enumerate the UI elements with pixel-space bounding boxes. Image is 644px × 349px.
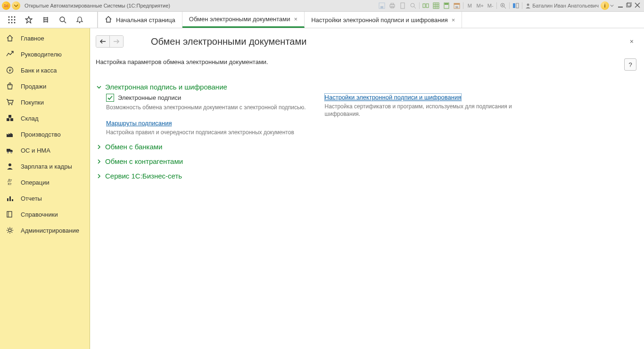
tb-calc-icon[interactable]	[441, 1, 452, 10]
truck-icon	[6, 146, 14, 154]
svg-point-46	[8, 104, 10, 106]
svg-line-67	[8, 232, 8, 233]
user-icon	[525, 3, 531, 8]
link-signature-settings[interactable]: Настройки электронной подписи и шифрован…	[325, 94, 462, 101]
tab-label: Начальная страница	[116, 16, 175, 24]
tb-calendar-icon[interactable]: 31	[452, 1, 462, 10]
sidebar-item-main[interactable]: Главное	[0, 30, 90, 46]
sidebar-item-sales[interactable]: Продажи	[0, 78, 90, 94]
sidebar-item-warehouse[interactable]: Склад	[0, 110, 90, 126]
sidebar-item-hr[interactable]: Зарплата и кадры	[0, 158, 90, 174]
sidebar-item-manager[interactable]: Руководителю	[0, 46, 90, 62]
section-service-header[interactable]: Сервис 1С:Бизнес-сеть	[96, 172, 636, 180]
section-title: Сервис 1С:Бизнес-сеть	[105, 172, 182, 180]
user-name-label: Баталин Иван Анатольевич	[532, 3, 599, 8]
svg-line-65	[8, 228, 8, 229]
tb-info-dropdown-icon[interactable]	[609, 1, 615, 10]
sidebar-item-assets[interactable]: ОС и НМА	[0, 142, 90, 158]
window-maximize-icon[interactable]	[626, 2, 632, 9]
sidebar-item-label: Администрирование	[21, 227, 79, 234]
svg-point-26	[527, 4, 529, 6]
tb-print-icon[interactable]	[387, 1, 397, 10]
tab-edo[interactable]: Обмен электронными документами ×	[182, 12, 305, 28]
svg-point-36	[11, 19, 13, 21]
factory-icon	[6, 130, 14, 138]
svg-rect-51	[7, 149, 10, 152]
sidebar-item-admin[interactable]: Администрирование	[0, 222, 90, 238]
sidebar-item-bank[interactable]: ₽ Банк и касса	[0, 62, 90, 78]
svg-rect-57	[12, 199, 13, 201]
tb-panel-icon[interactable]	[511, 1, 521, 10]
svg-rect-18	[454, 3, 460, 5]
svg-rect-55	[7, 198, 8, 201]
tab-label: Обмен электронными документами	[189, 16, 290, 23]
tb-preview-icon[interactable]	[408, 1, 418, 10]
current-user[interactable]: Баталин Иван Анатольевич	[523, 3, 601, 8]
svg-rect-50	[8, 115, 11, 118]
window-close-icon[interactable]	[635, 2, 640, 9]
svg-point-43	[79, 22, 80, 23]
tab-close-icon[interactable]: ×	[452, 16, 455, 24]
tb-zoom-icon[interactable]	[498, 1, 508, 10]
ruble-icon: ₽	[6, 66, 14, 74]
sidebar-item-purchases[interactable]: Покупки	[0, 94, 90, 110]
tb-memory-mplus[interactable]: М+	[475, 3, 485, 8]
tb-table-icon[interactable]	[431, 1, 441, 10]
tb-document-icon[interactable]	[397, 1, 408, 10]
svg-rect-5	[401, 3, 405, 8]
person-icon	[6, 162, 14, 170]
tab-close-icon[interactable]: ×	[294, 16, 298, 23]
tab-label: Настройки электронной подписи и шифрован…	[311, 16, 448, 24]
svg-line-66	[12, 232, 13, 233]
sidebar-item-label: Покупки	[21, 99, 44, 106]
search-icon[interactable]	[58, 16, 67, 24]
svg-rect-28	[627, 3, 630, 7]
svg-point-33	[11, 16, 13, 18]
tb-compare-icon[interactable]	[421, 1, 431, 10]
boxes-icon	[6, 114, 14, 122]
nav-forward-button[interactable]	[110, 36, 123, 47]
tab-home[interactable]: Начальная страница	[98, 12, 182, 28]
sidebar-item-label: Банк и касса	[21, 67, 57, 74]
svg-point-32	[8, 16, 10, 18]
apps-grid-icon[interactable]	[8, 16, 16, 24]
page-close-icon[interactable]: ×	[627, 37, 636, 46]
svg-point-34	[14, 16, 16, 18]
checkbox-esignature[interactable]	[106, 94, 114, 102]
sidebar-item-production[interactable]: Производство	[0, 126, 90, 142]
sidebar-item-catalogs[interactable]: Справочники	[0, 206, 90, 222]
tab-signature-settings[interactable]: Настройки электронной подписи и шифрован…	[305, 12, 462, 28]
svg-point-38	[8, 22, 10, 24]
svg-text:₽: ₽	[9, 68, 11, 73]
sidebar-item-label: Продажи	[21, 83, 46, 90]
signature-settings-description: Настройка сертификатов и программ, испол…	[325, 103, 528, 118]
svg-line-21	[504, 7, 506, 8]
section-partners-header[interactable]: Обмен с контрагентами	[96, 157, 636, 165]
help-button[interactable]: ?	[624, 58, 636, 71]
chart-icon	[6, 50, 14, 58]
sidebar-item-label: Руководителю	[21, 51, 62, 58]
tb-memory-mminus[interactable]: М-	[485, 3, 495, 8]
notifications-icon[interactable]	[75, 16, 84, 24]
sidebar-item-operations[interactable]: ДтКт Операции	[0, 174, 90, 190]
titlebar-dropdown-icon[interactable]	[12, 1, 20, 10]
window-minimize-icon[interactable]	[618, 2, 623, 9]
history-icon[interactable]	[41, 16, 50, 24]
favorites-icon[interactable]	[25, 16, 33, 24]
svg-point-47	[11, 104, 13, 106]
svg-rect-49	[10, 118, 13, 121]
svg-point-35	[8, 19, 10, 21]
svg-line-42	[64, 21, 66, 23]
link-signing-routes[interactable]: Маршруты подписания	[106, 120, 172, 127]
section-banks-header[interactable]: Обмен с банками	[96, 143, 636, 151]
titlebar: 1c Открытые Автоматизированные Системы (…	[0, 0, 644, 12]
svg-point-37	[14, 19, 16, 21]
sidebar-item-reports[interactable]: Отчеты	[0, 190, 90, 206]
nav-back-button[interactable]	[96, 36, 110, 47]
tb-save-icon[interactable]	[377, 1, 387, 10]
section-signature-header[interactable]: Электронная подпись и шифрование	[96, 83, 636, 91]
tb-memory-m[interactable]: М	[464, 3, 475, 8]
book-icon	[6, 210, 14, 219]
sidebar-item-label: ОС и НМА	[21, 147, 50, 154]
tb-info-icon[interactable]: i	[601, 1, 609, 10]
